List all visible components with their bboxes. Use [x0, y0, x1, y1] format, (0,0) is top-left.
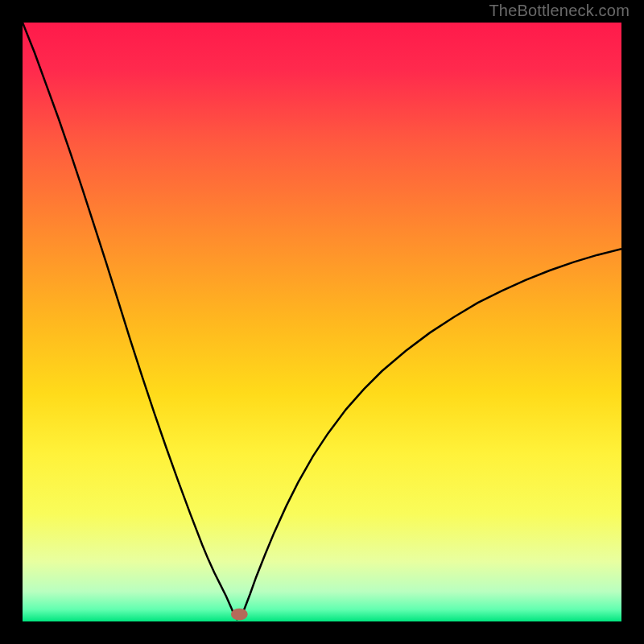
plot-area	[23, 23, 621, 621]
bottleneck-plot	[23, 23, 621, 621]
minimum-marker	[231, 609, 248, 621]
watermark-label: TheBottleneck.com	[489, 2, 630, 20]
chart-frame: TheBottleneck.com	[0, 0, 644, 644]
plot-background	[23, 23, 621, 621]
